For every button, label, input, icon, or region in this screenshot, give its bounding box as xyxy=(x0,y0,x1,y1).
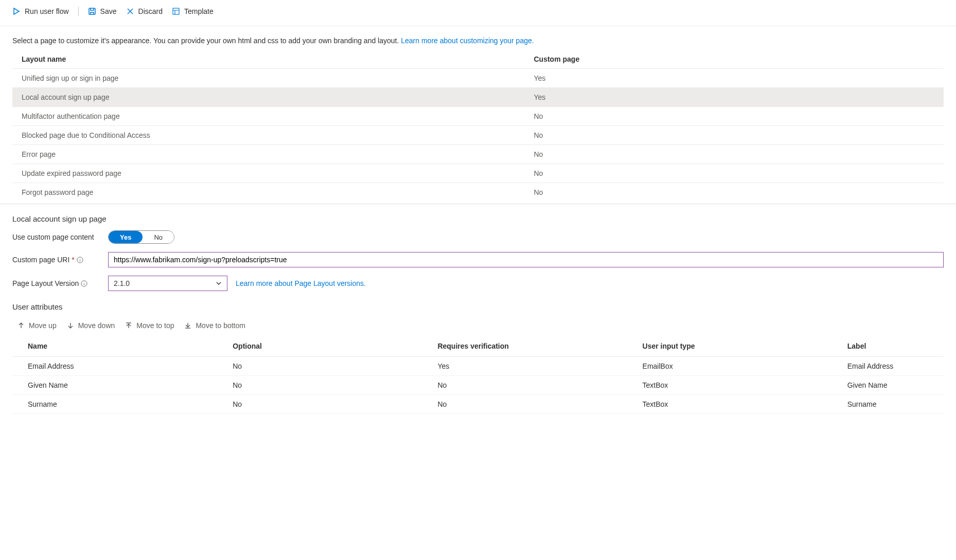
attr-name-cell: Given Name xyxy=(12,376,217,395)
table-row[interactable]: Error pageNo xyxy=(12,145,944,164)
col-attr-optional: Optional xyxy=(217,336,422,357)
run-user-flow-button[interactable]: Run user flow xyxy=(12,5,69,17)
play-icon xyxy=(12,7,21,15)
version-value: 2.1.0 xyxy=(114,279,130,287)
table-row[interactable]: Unified sign up or sign in pageYes xyxy=(12,69,944,88)
table-row[interactable]: Blocked page due to Conditional AccessNo xyxy=(12,126,944,145)
arrow-bottom-icon xyxy=(184,322,191,329)
info-icon[interactable] xyxy=(77,257,83,263)
template-label: Template xyxy=(184,7,214,15)
move-top-label: Move to top xyxy=(136,321,174,330)
run-label: Run user flow xyxy=(25,7,69,15)
move-down-button[interactable]: Move down xyxy=(67,321,115,330)
detail-section: Local account sign up page Use custom pa… xyxy=(0,204,956,424)
close-icon xyxy=(126,7,134,15)
table-row[interactable]: Local account sign up pageYes xyxy=(12,88,944,107)
attr-verify-cell: No xyxy=(422,395,627,414)
custom-page-cell: No xyxy=(525,107,944,126)
col-attr-label: Label xyxy=(832,336,944,357)
attr-optional-cell: No xyxy=(217,357,422,376)
layout-name-cell: Local account sign up page xyxy=(12,88,525,107)
arrow-top-icon xyxy=(125,322,132,329)
move-bottom-label: Move to bottom xyxy=(196,321,245,330)
table-row[interactable]: Forgot password pageNo xyxy=(12,183,944,202)
custom-page-cell: Yes xyxy=(525,69,944,88)
attr-name-cell: Surname xyxy=(12,395,217,414)
chevron-down-icon xyxy=(216,280,222,286)
arrow-down-icon xyxy=(67,322,74,329)
save-label: Save xyxy=(100,7,117,15)
layout-name-cell: Blocked page due to Conditional Access xyxy=(12,126,525,145)
table-row[interactable]: Given NameNoNoTextBoxGiven Name xyxy=(12,376,944,395)
attr-label-cell: Email Address xyxy=(832,357,944,376)
custom-page-cell: No xyxy=(525,183,944,202)
attributes-table: Name Optional Requires verification User… xyxy=(12,336,944,414)
user-attributes-title: User attributes xyxy=(12,302,944,311)
col-attr-verify: Requires verification xyxy=(422,336,627,357)
version-learn-more-link[interactable]: Learn more about Page Layout versions. xyxy=(236,279,366,287)
attr-optional-cell: No xyxy=(217,395,422,414)
toolbar-separator xyxy=(78,7,79,16)
use-custom-toggle[interactable]: Yes No xyxy=(108,230,174,244)
use-custom-row: Use custom page content Yes No xyxy=(12,230,944,244)
custom-uri-label: Custom page URI * xyxy=(12,256,108,264)
custom-page-cell: No xyxy=(525,164,944,183)
uri-label-text: Custom page URI xyxy=(12,256,69,264)
detail-title: Local account sign up page xyxy=(12,214,944,223)
table-row[interactable]: SurnameNoNoTextBoxSurname xyxy=(12,395,944,414)
layout-name-cell: Multifactor authentication page xyxy=(12,107,525,126)
table-row[interactable]: Update expired password pageNo xyxy=(12,164,944,183)
attr-verify-cell: No xyxy=(422,376,627,395)
custom-uri-row: Custom page URI * xyxy=(12,252,944,267)
attr-verify-cell: Yes xyxy=(422,357,627,376)
custom-page-cell: No xyxy=(525,145,944,164)
col-attr-input: User input type xyxy=(627,336,832,357)
move-to-top-button[interactable]: Move to top xyxy=(125,321,174,330)
move-up-label: Move up xyxy=(29,321,57,330)
layout-name-cell: Update expired password page xyxy=(12,164,525,183)
version-label-text: Page Layout Version xyxy=(12,279,79,287)
info-icon[interactable] xyxy=(81,280,87,287)
use-custom-label: Use custom page content xyxy=(12,233,108,241)
required-asterisk: * xyxy=(72,256,74,264)
intro-body: Select a page to customize it's appearan… xyxy=(12,37,401,45)
layout-name-cell: Forgot password page xyxy=(12,183,525,202)
svg-rect-0 xyxy=(89,8,95,14)
toggle-no[interactable]: No xyxy=(143,231,174,243)
attr-input-cell: TextBox xyxy=(627,395,832,414)
discard-button[interactable]: Discard xyxy=(126,5,163,17)
move-down-label: Move down xyxy=(78,321,115,330)
template-button[interactable]: Template xyxy=(172,5,214,17)
table-row[interactable]: Multifactor authentication pageNo xyxy=(12,107,944,126)
save-icon xyxy=(88,7,96,15)
col-custom-page: Custom page xyxy=(525,50,944,69)
intro-text: Select a page to customize it's appearan… xyxy=(12,37,944,45)
toolbar: Run user flow Save Discard Template xyxy=(0,0,956,26)
table-row[interactable]: Email AddressNoYesEmailBoxEmail Address xyxy=(12,357,944,376)
toggle-yes[interactable]: Yes xyxy=(109,231,143,243)
move-up-button[interactable]: Move up xyxy=(17,321,57,330)
attr-name-cell: Email Address xyxy=(12,357,217,376)
custom-page-cell: Yes xyxy=(525,88,944,107)
layout-version-row: Page Layout Version 2.1.0 Learn more abo… xyxy=(12,276,944,291)
attr-input-cell: EmailBox xyxy=(627,357,832,376)
layout-version-dropdown[interactable]: 2.1.0 xyxy=(108,276,227,291)
attr-optional-cell: No xyxy=(217,376,422,395)
attr-label-cell: Given Name xyxy=(832,376,944,395)
attributes-toolbar: Move up Move down Move to top Move to bo… xyxy=(12,318,944,336)
attr-label-cell: Surname xyxy=(832,395,944,414)
layout-name-cell: Unified sign up or sign in page xyxy=(12,69,525,88)
col-layout-name: Layout name xyxy=(12,50,525,69)
arrow-up-icon xyxy=(17,322,25,329)
layout-table: Layout name Custom page Unified sign up … xyxy=(12,50,944,202)
move-to-bottom-button[interactable]: Move to bottom xyxy=(184,321,245,330)
content-area: Select a page to customize it's appearan… xyxy=(0,26,956,202)
custom-uri-input[interactable] xyxy=(108,252,944,267)
template-icon xyxy=(172,7,180,15)
attr-input-cell: TextBox xyxy=(627,376,832,395)
layout-name-cell: Error page xyxy=(12,145,525,164)
save-button[interactable]: Save xyxy=(88,5,117,17)
discard-label: Discard xyxy=(138,7,163,15)
learn-more-link[interactable]: Learn more about customizing your page. xyxy=(401,37,534,45)
custom-page-cell: No xyxy=(525,126,944,145)
